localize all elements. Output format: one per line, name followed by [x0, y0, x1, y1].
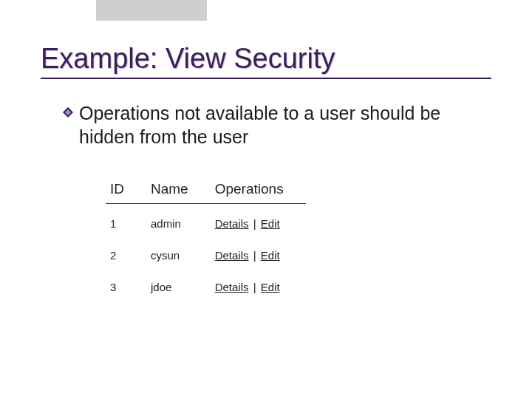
table-row: 3 jdoe Details | Edit	[106, 267, 306, 299]
cell-name: jdoe	[146, 267, 211, 299]
details-link[interactable]: Details	[215, 249, 249, 262]
cell-id: 1	[106, 204, 146, 236]
edit-link[interactable]: Edit	[261, 249, 280, 262]
cell-name: cysun	[146, 236, 211, 267]
details-link[interactable]: Details	[215, 217, 249, 230]
col-header-operations: Operations	[211, 177, 306, 204]
col-header-id: ID	[106, 177, 146, 204]
col-header-name: Name	[146, 177, 211, 204]
title-underline	[41, 78, 491, 79]
details-link[interactable]: Details	[215, 281, 249, 293]
table-row: 2 cysun Details | Edit	[106, 236, 306, 267]
bullet-list: Operations not available to a user shoul…	[63, 101, 491, 149]
table-header-row: ID Name Operations	[106, 177, 306, 204]
operations-separator: |	[249, 249, 261, 262]
slide: Example: View Security Operations not av…	[0, 0, 532, 399]
cell-id: 3	[106, 267, 146, 299]
bullet-text: Operations not available to a user shoul…	[79, 101, 491, 149]
edit-link[interactable]: Edit	[261, 217, 280, 230]
operations-separator: |	[249, 217, 261, 230]
table-row: 1 admin Details | Edit	[106, 204, 306, 236]
operations-separator: |	[249, 281, 261, 293]
cell-operations: Details | Edit	[211, 267, 306, 299]
diamond-bullet-icon	[63, 107, 73, 117]
cell-operations: Details | Edit	[211, 236, 306, 267]
cell-name: admin	[146, 204, 211, 236]
edit-link[interactable]: Edit	[261, 281, 280, 293]
users-table: ID Name Operations 1 admin Details | Edi…	[106, 177, 306, 299]
bullet-item: Operations not available to a user shoul…	[63, 101, 491, 149]
cell-operations: Details | Edit	[211, 204, 306, 236]
cell-id: 2	[106, 236, 146, 267]
slide-title: Example: View Security	[41, 43, 491, 75]
